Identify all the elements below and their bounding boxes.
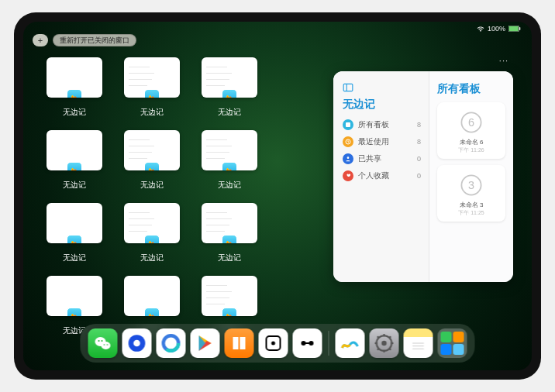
svg-point-16 [104, 344, 105, 346]
panel-sidebar: 无边记 所有看板8最近使用8已共享0个人收藏0 [333, 71, 429, 282]
dock-app-quark[interactable] [157, 328, 186, 358]
dock-app-dice[interactable] [259, 328, 288, 358]
freeform-app-icon [67, 235, 82, 243]
thumbnail-preview [124, 276, 180, 316]
sidebar-item-icon [343, 153, 353, 164]
thumbnail-preview [47, 276, 102, 316]
panel-more-icon[interactable]: ··· [499, 56, 508, 65]
window-thumbnail[interactable]: 无边记 [47, 57, 102, 118]
dock-app-settings[interactable] [370, 328, 399, 358]
board-card[interactable]: 6未命名 6下午 11:26 [437, 102, 505, 159]
sidebar-item[interactable]: 所有看板8 [343, 116, 421, 133]
board-sketch: 3 [457, 171, 485, 199]
svg-line-34 [389, 349, 391, 350]
window-thumbnail[interactable]: 无边记 [124, 57, 180, 118]
window-thumbnail[interactable]: 无边记 [47, 130, 102, 191]
dock-separator [329, 331, 329, 356]
board-sketch: 6 [457, 108, 485, 136]
panel-right-title: 所有看板 [437, 82, 505, 96]
svg-point-7 [347, 156, 350, 159]
freeform-app-icon [67, 162, 82, 170]
sidebar-item-label: 最近使用 [358, 136, 389, 147]
thumbnail-label: 无边记 [140, 253, 164, 263]
svg-text:3: 3 [468, 179, 474, 191]
dock-app-wechat[interactable] [88, 328, 118, 358]
board-label: 未命名 3 [460, 201, 484, 209]
ipad-frame: 100% + 重新打开已关闭的窗口 无边记无边记无边记 无边记无边记无边记 无边… [14, 12, 541, 380]
thumbnail-preview [202, 203, 257, 243]
svg-rect-5 [346, 122, 350, 127]
dock-folder[interactable] [438, 328, 467, 358]
battery-text: 100% [488, 25, 505, 33]
svg-point-13 [102, 342, 111, 349]
board-time: 下午 11:25 [458, 209, 484, 217]
freeform-app-icon [144, 308, 160, 316]
freeform-app-icon [144, 162, 160, 170]
freeform-app-icon [222, 308, 237, 316]
thumbnail-preview [47, 57, 102, 98]
svg-line-35 [377, 349, 379, 350]
svg-rect-1 [509, 26, 519, 32]
sidebar-item-label: 已共享 [358, 153, 381, 164]
svg-point-23 [271, 342, 275, 346]
window-thumbnail[interactable]: 无边记 [202, 57, 257, 118]
svg-point-14 [98, 340, 100, 342]
svg-rect-3 [343, 84, 353, 91]
board-card[interactable]: 3未命名 3下午 11:25 [437, 165, 505, 222]
window-thumbnail[interactable]: 无边记 [47, 203, 102, 263]
sidebar-item-icon [343, 119, 353, 130]
svg-point-15 [102, 340, 103, 342]
freeform-panel[interactable]: 无边记 所有看板8最近使用8已共享0个人收藏0 所有看板 6未命名 6下午 11… [333, 71, 513, 282]
window-thumbnail[interactable]: 无边记 [124, 203, 180, 263]
reopen-closed-window-button[interactable]: 重新打开已关闭的窗口 [53, 34, 136, 46]
dock-app-notes[interactable] [404, 328, 433, 358]
sidebar-item[interactable]: 个人收藏0 [343, 167, 421, 184]
svg-point-19 [133, 340, 140, 347]
window-thumbnail[interactable]: 无边记 [202, 130, 257, 191]
freeform-app-icon [222, 162, 237, 170]
sidebar-item-label: 所有看板 [358, 119, 389, 130]
dock [81, 324, 475, 363]
freeform-app-icon [67, 308, 82, 316]
battery-icon [508, 26, 521, 32]
sidebar-item-label: 个人收藏 [358, 170, 389, 181]
thumbnail-label: 无边记 [218, 107, 241, 118]
window-grid: 无边记无边记无边记 无边记无边记无边记 无边记无边记无边记 无边记无边记无边记 [47, 57, 257, 336]
svg-line-36 [389, 336, 391, 338]
dock-app-connect[interactable] [293, 328, 322, 358]
thumbnail-label: 无边记 [140, 180, 164, 191]
thumbnail-label: 无边记 [218, 180, 241, 191]
sidebar-item[interactable]: 已共享0 [343, 150, 421, 167]
sidebar-icon[interactable] [343, 82, 353, 93]
status-bar: 100% [477, 25, 521, 33]
dock-app-play[interactable] [191, 328, 220, 358]
window-thumbnail[interactable]: 无边记 [124, 130, 180, 191]
sidebar-item-count: 8 [417, 138, 421, 146]
thumbnail-preview [202, 276, 257, 316]
thumbnail-label: 无边记 [218, 253, 241, 263]
sidebar-item-icon [343, 170, 353, 181]
svg-rect-2 [519, 27, 520, 30]
panel-left-title: 无边记 [343, 98, 421, 112]
add-window-button[interactable]: + [33, 34, 48, 46]
window-thumbnail[interactable]: 无边记 [202, 203, 257, 263]
sidebar-item-count: 8 [417, 121, 421, 129]
dock-app-qqbrowser[interactable] [122, 328, 152, 358]
dock-app-freeform[interactable] [336, 328, 365, 358]
sidebar-item-count: 0 [417, 172, 421, 180]
thumbnail-preview [124, 130, 180, 170]
sidebar-item[interactable]: 最近使用8 [343, 133, 421, 150]
thumbnail-label: 无边记 [63, 107, 86, 118]
freeform-app-icon [222, 235, 237, 243]
sidebar-item-count: 0 [417, 155, 421, 163]
screen: 100% + 重新打开已关闭的窗口 无边记无边记无边记 无边记无边记无边记 无边… [23, 22, 532, 370]
thumbnail-preview [124, 57, 180, 98]
dock-app-books[interactable] [225, 328, 254, 358]
thumbnail-preview [202, 130, 257, 170]
freeform-app-icon [144, 89, 160, 98]
wifi-icon [477, 26, 484, 32]
sidebar-item-icon [343, 136, 353, 147]
svg-point-28 [381, 341, 387, 346]
svg-line-33 [377, 336, 379, 338]
svg-point-17 [107, 344, 109, 346]
